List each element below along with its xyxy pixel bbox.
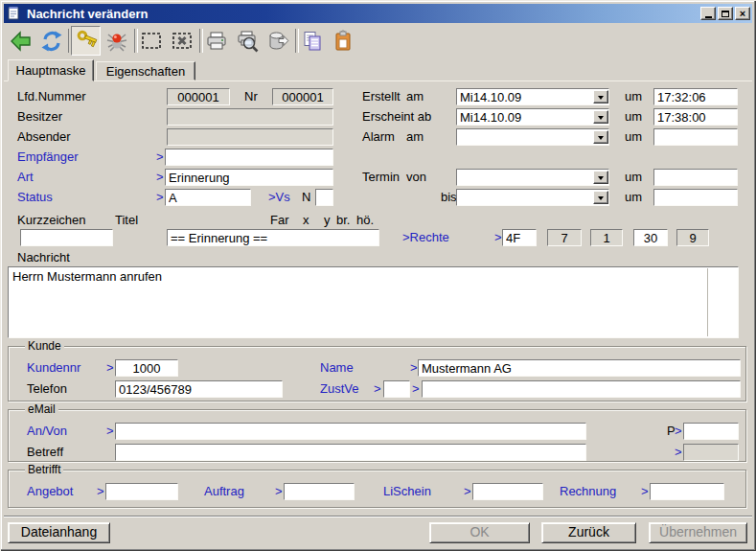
- name-input[interactable]: [418, 359, 741, 377]
- tab-page-edge: [4, 80, 752, 81]
- telefon-input[interactable]: [115, 380, 283, 398]
- alarm-am-label: am: [406, 128, 424, 146]
- erstellt-date-combo[interactable]: Mi14.10.09: [456, 88, 609, 105]
- empfaenger-label: Empfänger: [17, 149, 79, 166]
- vs-flag-label: N: [302, 189, 310, 206]
- selection-rect-icon[interactable]: [138, 28, 165, 55]
- erscheint-um-label: um: [625, 108, 642, 126]
- rechnung-label: Rechnung: [560, 483, 616, 500]
- nachricht-text: Herrn Mustermann anrufen: [12, 269, 162, 284]
- lischein-arrow: >: [464, 483, 471, 500]
- auftrag-arrow: >: [275, 483, 283, 500]
- key-icon[interactable]: [71, 26, 101, 56]
- ok-button[interactable]: OK: [429, 522, 530, 543]
- close-icon[interactable]: ×: [735, 7, 750, 20]
- art-input[interactable]: [165, 169, 333, 186]
- status-label: Status: [17, 189, 53, 206]
- back-icon[interactable]: [8, 28, 34, 55]
- maximize-icon[interactable]: [718, 7, 733, 20]
- email-legend: eMail: [25, 403, 58, 415]
- termin-bis-date-combo[interactable]: [456, 189, 609, 206]
- rechnung-arrow: >: [641, 483, 649, 500]
- erscheint-time-input[interactable]: [653, 108, 738, 126]
- rechte-field-3: 1: [590, 229, 623, 246]
- spider-icon[interactable]: [103, 28, 130, 55]
- status-input[interactable]: [165, 189, 251, 206]
- uebernehmen-button[interactable]: Übernehmen: [649, 522, 747, 543]
- kundennr-label: Kundennr: [27, 359, 80, 377]
- alarm-time-input[interactable]: [653, 128, 738, 146]
- betreff-ro-field: [683, 444, 739, 461]
- erscheint-dropdown-icon[interactable]: [593, 110, 608, 124]
- alarm-date-combo[interactable]: [456, 128, 609, 146]
- lischein-input[interactable]: [472, 483, 543, 500]
- kurzzeichen-input[interactable]: [20, 229, 113, 246]
- rechte-input-4[interactable]: [633, 229, 668, 246]
- erscheint-date-combo[interactable]: Mi14.10.09: [456, 108, 609, 126]
- zustve-input[interactable]: [422, 380, 741, 398]
- termin-bis-dropdown-icon[interactable]: [593, 191, 608, 204]
- betrifft-legend: Betrifft: [25, 464, 63, 475]
- betreff-ro-arrow: >: [675, 444, 682, 461]
- refresh-icon[interactable]: [38, 28, 65, 55]
- zustve-arrow-1: >: [374, 380, 381, 398]
- termin-von-time-input[interactable]: [653, 169, 738, 186]
- zurueck-button[interactable]: Zurück: [541, 522, 636, 543]
- nachricht-textarea[interactable]: Herrn Mustermann anrufen: [8, 266, 739, 338]
- kurzzeichen-label: Kurzzeichen: [17, 212, 86, 229]
- tab-hauptmaske-label: Hauptmaske: [16, 63, 86, 78]
- vs-input[interactable]: [315, 189, 333, 206]
- termin-von-um-label: um: [625, 169, 642, 186]
- br-label: br.: [336, 212, 350, 229]
- tab-hauptmaske[interactable]: Hauptmaske: [8, 59, 94, 81]
- anvon-input[interactable]: [115, 423, 586, 440]
- titel-input[interactable]: [167, 229, 379, 246]
- nr-field: 000001: [272, 88, 333, 105]
- erstellt-time-input[interactable]: [653, 88, 738, 105]
- print-preview-icon[interactable]: [234, 28, 261, 55]
- minimize-icon[interactable]: [700, 7, 716, 20]
- rechte-label: >Rechte: [402, 229, 449, 246]
- empfaenger-input[interactable]: [165, 149, 333, 166]
- tab-eigenschaften[interactable]: Eigenschaften: [96, 61, 195, 80]
- termin-label: Termin: [362, 169, 400, 186]
- delete-selection-icon[interactable]: [169, 28, 195, 55]
- titel-label: Titel: [115, 212, 138, 229]
- title-bar: Nachricht verändern ×: [4, 4, 752, 23]
- dateianhang-button[interactable]: Dateianhang: [8, 522, 110, 543]
- database-export-icon[interactable]: [264, 28, 291, 55]
- betreff-label: Betreff: [27, 444, 63, 461]
- betreff-input[interactable]: [115, 444, 586, 461]
- auftrag-input[interactable]: [284, 483, 355, 500]
- rechte-input-1[interactable]: [502, 229, 537, 246]
- besitzer-field: [167, 108, 333, 126]
- kundennr-arrow: >: [106, 359, 114, 377]
- zustve-arrow-2: >: [412, 380, 420, 398]
- termin-bis-time-input[interactable]: [653, 189, 738, 206]
- erstellt-dropdown-icon[interactable]: [593, 90, 608, 103]
- absender-field: [167, 128, 333, 146]
- angebot-label: Angebot: [27, 483, 73, 500]
- angebot-input[interactable]: [105, 483, 178, 500]
- erscheint-label: Erscheint ab: [362, 108, 431, 126]
- termin-von-date-combo[interactable]: [456, 169, 609, 186]
- status-arrow: >: [156, 189, 164, 206]
- termin-von-label: von: [406, 169, 426, 186]
- termin-von-dropdown-icon[interactable]: [593, 171, 608, 184]
- erstellt-am-label: am: [406, 88, 424, 105]
- anvon-label: An/Von: [27, 423, 67, 440]
- zustve-code-input[interactable]: [383, 380, 410, 398]
- name-label: Name: [320, 359, 354, 377]
- alarm-dropdown-icon[interactable]: [593, 130, 608, 144]
- paste-icon[interactable]: [330, 28, 356, 55]
- rechnung-input[interactable]: [650, 483, 724, 500]
- rechte-field-5: 9: [676, 229, 709, 246]
- window-controls: ×: [700, 7, 750, 20]
- kundennr-input[interactable]: [115, 359, 178, 377]
- lischein-label: LiSchein: [383, 483, 431, 500]
- p-input[interactable]: [683, 423, 739, 440]
- copy-icon[interactable]: [299, 28, 326, 55]
- nachricht-label: Nachricht: [17, 249, 70, 266]
- zustve-label: ZustVe: [320, 380, 358, 398]
- print-icon[interactable]: [203, 28, 230, 55]
